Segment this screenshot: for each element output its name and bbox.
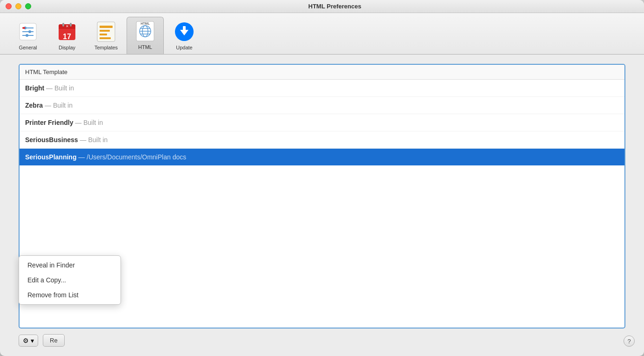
edit-a-copy-item[interactable]: Edit a Copy... — [19, 273, 121, 288]
tab-display-label: Display — [59, 45, 75, 50]
item-name: Zebra — [25, 102, 43, 109]
gear-dropdown-button[interactable]: ⚙ ▾ — [19, 335, 38, 347]
content-area: HTML Template Bright — Built in Zebra — … — [0, 55, 644, 356]
item-name: Bright — [25, 84, 44, 92]
svg-rect-13 — [70, 23, 72, 27]
templates-icon — [95, 21, 117, 43]
svg-rect-18 — [100, 34, 107, 35]
close-button[interactable] — [6, 3, 12, 9]
svg-point-6 — [26, 34, 28, 37]
maximize-button[interactable] — [25, 3, 31, 9]
svg-text:17: 17 — [63, 33, 71, 41]
item-subtitle: — Built in — [80, 136, 108, 144]
item-name: SeriousBusiness — [25, 136, 78, 144]
item-name: Printer Friendly — [25, 119, 73, 126]
html-icon: HTML — [134, 20, 156, 42]
list-item[interactable]: Zebra — Built in — [20, 97, 624, 114]
help-button[interactable]: ? — [624, 335, 635, 347]
svg-rect-29 — [183, 26, 186, 32]
title-bar: HTML Preferences — [0, 0, 644, 13]
general-icon — [17, 21, 39, 43]
restore-button[interactable]: Re — [43, 334, 65, 347]
gear-icon: ⚙ — [23, 337, 29, 344]
item-subtitle: — /Users/Documents/OmniPlan docs — [78, 153, 186, 161]
tab-update-label: Update — [176, 45, 192, 50]
item-subtitle: — Built in — [75, 119, 103, 126]
item-subtitle: — Built in — [46, 84, 74, 92]
bottom-bar: ⚙ ▾ Re — [19, 334, 625, 347]
svg-point-4 — [28, 30, 31, 33]
tab-general-label: General — [19, 45, 37, 50]
tab-display[interactable]: 17 ✕ Display — [48, 18, 86, 54]
window-controls — [6, 3, 31, 9]
svg-rect-16 — [100, 26, 113, 28]
list-header: HTML Template — [20, 65, 624, 80]
list-item[interactable]: SeriousBusiness — Built in — [20, 131, 624, 149]
tab-templates[interactable]: Templates — [87, 18, 125, 54]
svg-rect-7 — [22, 27, 25, 29]
tab-html[interactable]: HTML HTML — [127, 17, 164, 54]
item-name: SeriousPlanning — [25, 153, 76, 161]
svg-rect-12 — [62, 23, 64, 27]
window: HTML Preferences General — [0, 0, 644, 356]
gear-dropdown-menu: Reveal in Finder Edit a Copy... Remove f… — [19, 255, 121, 305]
display-icon: 17 ✕ — [56, 21, 78, 43]
chevron-down-icon: ▾ — [31, 337, 34, 344]
svg-rect-19 — [100, 37, 111, 39]
svg-rect-17 — [100, 30, 110, 32]
list-item-selected[interactable]: SeriousPlanning — /Users/Documents/OmniP… — [20, 149, 624, 165]
item-subtitle: — Built in — [45, 102, 73, 109]
tab-html-label: HTML — [138, 44, 152, 50]
toolbar: General 17 ✕ Display — [0, 13, 644, 55]
tab-templates-label: Templates — [94, 45, 118, 50]
reveal-in-finder-item[interactable]: Reveal in Finder — [19, 258, 121, 273]
remove-from-list-item[interactable]: Remove from List — [19, 288, 121, 302]
list-item[interactable]: Bright — Built in — [20, 80, 624, 97]
tab-general[interactable]: General — [9, 18, 47, 54]
list-item[interactable]: Printer Friendly — Built in — [20, 114, 624, 131]
update-icon — [173, 21, 195, 43]
minimize-button[interactable] — [15, 3, 21, 9]
tab-update[interactable]: Update — [166, 18, 203, 54]
svg-text:HTML: HTML — [141, 22, 150, 25]
window-title: HTML Preferences — [31, 3, 638, 10]
svg-text:✕: ✕ — [66, 24, 69, 28]
